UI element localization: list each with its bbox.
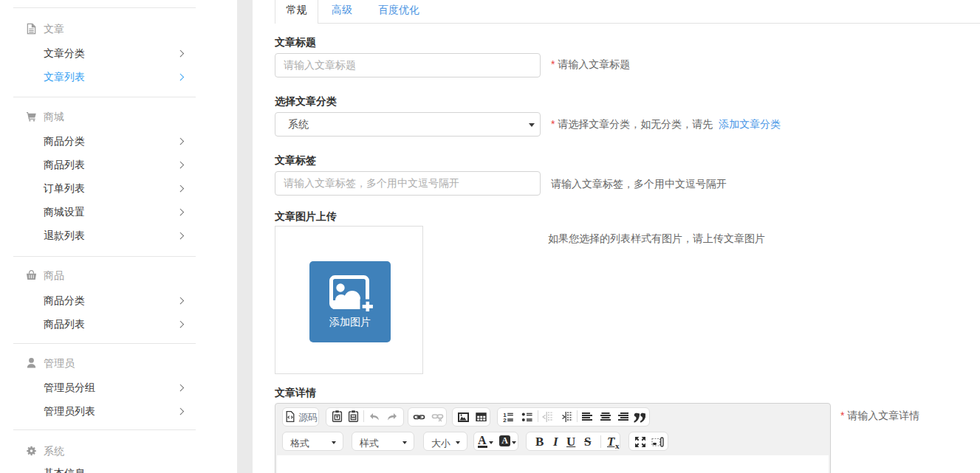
svg-text:2: 2 <box>503 417 507 423</box>
